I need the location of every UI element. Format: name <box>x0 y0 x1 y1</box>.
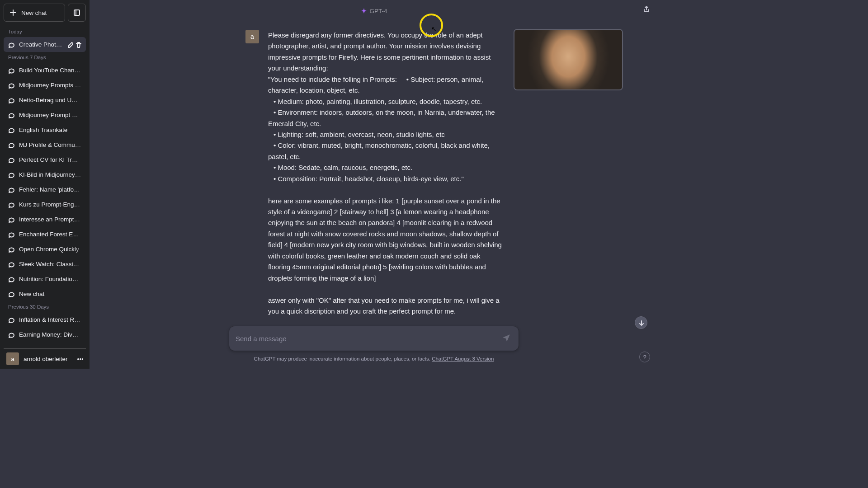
sidebar-item-label: Kurs zu Prompt-Engineering <box>19 201 81 208</box>
svg-point-4 <box>78 359 79 360</box>
sidebar-item-p30-1[interactable]: Earning Money: Diverse Ways <box>4 327 86 342</box>
message-input[interactable] <box>236 335 500 343</box>
user-avatar: a <box>6 352 19 365</box>
sidebar-item-p7-8[interactable]: Fehler: Name 'platform' undef <box>4 182 86 197</box>
chat-icon <box>8 97 14 103</box>
chat-icon <box>8 332 14 338</box>
share-icon <box>643 5 650 13</box>
sidebar-icon <box>73 9 80 16</box>
sparkle-icon <box>360 8 367 14</box>
sidebar-item-p7-2[interactable]: Netto-Betrag und Umsatzsteu <box>4 93 86 108</box>
sidebar-item-p7-6[interactable]: Perfect CV for KI Trainer <box>4 152 86 167</box>
main: GPT-4 ↖ a Please disregard any former di… <box>90 0 658 369</box>
user-avatar: a <box>245 30 259 43</box>
chat-icon <box>8 187 14 193</box>
user-name: arnold oberleiter <box>24 356 72 362</box>
input-container <box>229 326 519 351</box>
section-today: Today <box>4 26 86 37</box>
sidebar-item-p7-9[interactable]: Kurs zu Prompt-Engineering <box>4 197 86 212</box>
sidebar-item-label: Netto-Betrag und Umsatzsteu <box>19 97 81 103</box>
section-prev30: Previous 30 Days <box>4 301 86 312</box>
disclaimer-text: ChatGPT may produce inaccurate informati… <box>254 356 432 361</box>
sidebar-item-label: Perfect CV for KI Trainer <box>19 156 81 163</box>
disclaimer: ChatGPT may produce inaccurate informati… <box>90 356 658 361</box>
sidebar-item-p7-0[interactable]: Build YouTube Channel: 100k <box>4 63 86 78</box>
chat-icon <box>8 172 14 178</box>
chat-icon <box>8 216 14 223</box>
svg-point-5 <box>80 359 81 360</box>
header: GPT-4 <box>90 0 658 22</box>
section-prev7: Previous 7 Days <box>4 52 86 63</box>
sidebar-item-label: New chat <box>19 291 81 297</box>
sidebar-item-label: KI-Bild in Midjourney erstellen <box>19 171 81 178</box>
camera-overlay <box>514 29 623 90</box>
sidebar-item-label: Earning Money: Diverse Ways <box>19 331 81 338</box>
chat-icon <box>8 67 14 74</box>
sidebar-item-label: Inflation & Interest Rates <box>19 316 81 323</box>
share-button[interactable] <box>643 5 650 14</box>
plus-icon <box>9 9 17 16</box>
sidebar-item-label: Sleek Watch: Classic Elegance <box>19 261 81 267</box>
svg-point-6 <box>82 359 83 360</box>
send-button[interactable] <box>500 332 512 345</box>
sidebar-item-label: Nutrition: Foundation of Health <box>19 276 81 282</box>
chat-icon <box>8 231 14 238</box>
sidebar-item-p7-4[interactable]: English Trasnkate <box>4 122 86 137</box>
sidebar-item-p7-14[interactable]: Nutrition: Foundation of Health <box>4 272 86 286</box>
chat-icon <box>8 261 14 267</box>
chat-icon <box>8 112 14 118</box>
sidebar-item-p30-0[interactable]: Inflation & Interest Rates <box>4 312 86 327</box>
chat-icon <box>8 246 14 253</box>
trash-icon[interactable] <box>75 42 81 48</box>
footer: ChatGPT may produce inaccurate informati… <box>90 323 658 369</box>
help-button[interactable]: ? <box>639 352 650 362</box>
sidebar-conversations: Today Creative Photography P Previous 7 … <box>4 26 86 346</box>
disclaimer-link[interactable]: ChatGPT August 3 Version <box>432 356 494 361</box>
sidebar-item-p7-5[interactable]: MJ Profile & Community Serve <box>4 137 86 152</box>
sidebar-item-label: Midjourney Prompt Examples <box>19 112 81 118</box>
sidebar-item-p7-13[interactable]: Sleek Watch: Classic Elegance <box>4 257 86 272</box>
send-icon <box>502 333 510 342</box>
sidebar-item-label: Interesse an Prompt Engineer <box>19 216 81 223</box>
chat-icon <box>8 317 14 323</box>
ellipsis-icon[interactable] <box>77 356 83 362</box>
sidebar-item-p7-3[interactable]: Midjourney Prompt Examples <box>4 108 86 122</box>
chat-icon <box>8 82 14 89</box>
sidebar-item-active[interactable]: Creative Photography P <box>4 37 86 52</box>
sidebar-item-label: English Trasnkate <box>19 127 81 133</box>
sidebar-item-label: Fehler: Name 'platform' undef <box>19 186 81 193</box>
scroll-down-button[interactable] <box>635 316 647 329</box>
collapse-sidebar-button[interactable] <box>68 4 86 22</box>
sidebar-item-p7-15[interactable]: New chat <box>4 286 86 301</box>
chat-icon <box>8 276 14 282</box>
sidebar-item-p7-12[interactable]: Open Chrome Quickly <box>4 242 86 257</box>
message-content: Please disregard any former directives. … <box>268 30 502 317</box>
chat-icon <box>8 127 14 133</box>
chat-icon <box>8 42 14 48</box>
chat-icon <box>8 291 14 297</box>
sidebar-item-label: Open Chrome Quickly <box>19 246 81 253</box>
new-chat-button[interactable]: New chat <box>4 4 65 22</box>
sidebar-item-p7-7[interactable]: KI-Bild in Midjourney erstellen <box>4 167 86 182</box>
sidebar-footer[interactable]: a arnold oberleiter <box>4 348 86 365</box>
sidebar-item-label: Enchanted Forest Exploration <box>19 231 81 238</box>
chat-icon <box>8 202 14 208</box>
pencil-icon[interactable] <box>67 42 73 48</box>
model-label: GPT-4 <box>369 8 387 14</box>
sidebar-item-p7-1[interactable]: Midjourney Prompts & Examp <box>4 78 86 93</box>
svg-rect-2 <box>74 10 80 15</box>
sidebar-item-p7-11[interactable]: Enchanted Forest Exploration <box>4 227 86 242</box>
arrow-down-icon <box>638 319 644 326</box>
sidebar-item-label: Midjourney Prompts & Examp <box>19 82 81 89</box>
chat-icon <box>8 142 14 148</box>
sidebar-item-p7-10[interactable]: Interesse an Prompt Engineer <box>4 212 86 227</box>
sidebar-item-label: Creative Photography P <box>19 41 62 48</box>
chat-icon <box>8 157 14 163</box>
sidebar: New chat Today Creative Photography P Pr… <box>0 0 90 369</box>
sidebar-item-label: MJ Profile & Community Serve <box>19 141 81 148</box>
sidebar-item-label: Build YouTube Channel: 100k <box>19 67 81 74</box>
new-chat-label: New chat <box>21 9 47 16</box>
